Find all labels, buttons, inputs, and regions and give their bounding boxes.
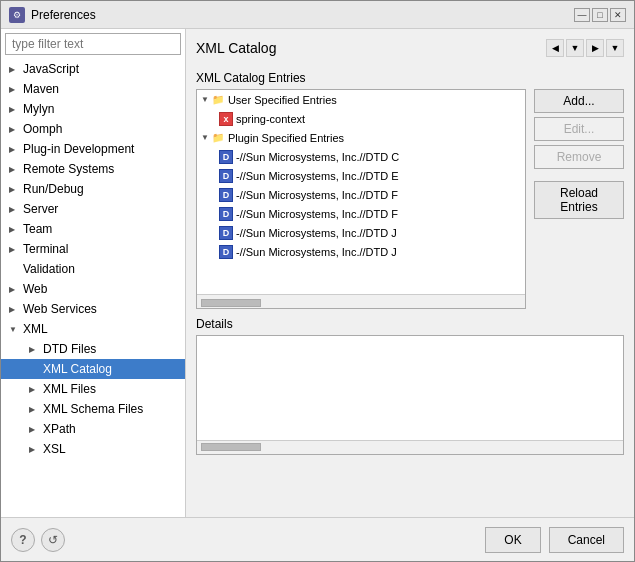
sidebar-item[interactable]: Validation [1, 259, 185, 279]
sidebar-item[interactable]: ▶XSL [1, 439, 185, 459]
d-icon: D [219, 169, 233, 183]
close-button[interactable]: ✕ [610, 8, 626, 22]
maximize-button[interactable]: □ [592, 8, 608, 22]
catalog-child-label: -//Sun Microsystems, Inc.//DTD E [236, 170, 399, 182]
sidebar-item[interactable]: ▼XML [1, 319, 185, 339]
tree-arrow-icon: ▶ [9, 65, 21, 74]
tree-arrow-icon: ▶ [29, 445, 41, 454]
tree-arrow-icon: ▶ [9, 245, 21, 254]
sidebar-item-label: XPath [43, 422, 181, 436]
d-icon: D [219, 245, 233, 259]
catalog-child-entry[interactable]: D-//Sun Microsystems, Inc.//DTD F [197, 204, 525, 223]
details-section: Details [196, 317, 624, 507]
catalog-hscroll[interactable] [197, 294, 525, 308]
catalog-child-entry[interactable]: D-//Sun Microsystems, Inc.//DTD J [197, 223, 525, 242]
catalog-area: ▼📁User Specified Entriesxspring-context▼… [196, 89, 624, 309]
catalog-entry[interactable]: ▼📁User Specified Entries [197, 90, 525, 109]
sidebar-item[interactable]: ▶Terminal [1, 239, 185, 259]
sidebar-item[interactable]: XML Catalog [1, 359, 185, 379]
catalog-entries-label: XML Catalog Entries [196, 71, 624, 85]
restore-defaults-button[interactable]: ↺ [41, 528, 65, 552]
filter-input[interactable] [5, 33, 181, 55]
sidebar-item[interactable]: ▶DTD Files [1, 339, 185, 359]
tree-arrow-icon: ▶ [29, 405, 41, 414]
sidebar-item-label: XML Schema Files [43, 402, 181, 416]
sidebar-item-label: Validation [23, 262, 181, 276]
catalog-child-entry[interactable]: D-//Sun Microsystems, Inc.//DTD E [197, 166, 525, 185]
sidebar-item[interactable]: ▶XML Files [1, 379, 185, 399]
catalog-entry-label: User Specified Entries [228, 94, 337, 106]
sidebar-item-label: Oomph [23, 122, 181, 136]
remove-button[interactable]: Remove [534, 145, 624, 169]
catalog-child-entry[interactable]: D-//Sun Microsystems, Inc.//DTD J [197, 242, 525, 261]
catalog-child-label: -//Sun Microsystems, Inc.//DTD J [236, 246, 397, 258]
sidebar-item[interactable]: ▶XPath [1, 419, 185, 439]
sidebar-item[interactable]: ▶Server [1, 199, 185, 219]
d-icon: D [219, 188, 233, 202]
tree-arrow-icon: ▶ [9, 225, 21, 234]
catalog-arrow-icon: ▼ [201, 133, 209, 142]
cancel-button[interactable]: Cancel [549, 527, 624, 553]
details-hscroll-thumb[interactable] [201, 443, 261, 451]
panel-top-bar: XML Catalog ◀ ▼ ▶ ▼ [196, 39, 624, 57]
tree-arrow-icon: ▶ [9, 185, 21, 194]
nav-forward-dropdown-button[interactable]: ▼ [606, 39, 624, 57]
add-button[interactable]: Add... [534, 89, 624, 113]
sidebar-item[interactable]: ▶Web Services [1, 299, 185, 319]
sidebar-item[interactable]: ▶Mylyn [1, 99, 185, 119]
sidebar-item[interactable]: ▶Maven [1, 79, 185, 99]
sidebar-item-label: Mylyn [23, 102, 181, 116]
sidebar: ▶JavaScript▶Maven▶Mylyn▶Oomph▶Plug-in De… [1, 29, 186, 517]
tree-arrow-icon: ▶ [9, 105, 21, 114]
sidebar-item[interactable]: ▶Run/Debug [1, 179, 185, 199]
sidebar-item-label: Web Services [23, 302, 181, 316]
help-button[interactable]: ? [11, 528, 35, 552]
nav-dropdown-button[interactable]: ▼ [566, 39, 584, 57]
sidebar-item-label: Server [23, 202, 181, 216]
sidebar-item-label: XML Catalog [43, 362, 181, 376]
catalog-child-entry[interactable]: xspring-context [197, 109, 525, 128]
catalog-child-label: spring-context [236, 113, 305, 125]
details-hscroll[interactable] [197, 440, 623, 454]
sidebar-item[interactable]: ▶Team [1, 219, 185, 239]
catalog-arrow-icon: ▼ [201, 95, 209, 104]
details-box [197, 336, 623, 440]
details-box-wrapper [196, 335, 624, 455]
d-icon: D [219, 207, 233, 221]
sidebar-item[interactable]: ▶Oomph [1, 119, 185, 139]
sidebar-item[interactable]: ▶XML Schema Files [1, 399, 185, 419]
sidebar-item[interactable]: ▶Web [1, 279, 185, 299]
catalog-child-entry[interactable]: D-//Sun Microsystems, Inc.//DTD C [197, 147, 525, 166]
hscroll-thumb[interactable] [201, 299, 261, 307]
panel-title: XML Catalog [196, 40, 546, 56]
folder-icon: 📁 [211, 93, 225, 107]
sidebar-tree: ▶JavaScript▶Maven▶Mylyn▶Oomph▶Plug-in De… [1, 59, 185, 517]
sidebar-item[interactable]: ▶JavaScript [1, 59, 185, 79]
bottom-bar: ? ↺ OK Cancel [1, 517, 634, 561]
catalog-tree-wrapper: ▼📁User Specified Entriesxspring-context▼… [196, 89, 526, 309]
catalog-child-entry[interactable]: D-//Sun Microsystems, Inc.//DTD F [197, 185, 525, 204]
bottom-left: ? ↺ [11, 528, 477, 552]
ok-button[interactable]: OK [485, 527, 540, 553]
tree-arrow-icon: ▶ [9, 205, 21, 214]
main-panel: XML Catalog ◀ ▼ ▶ ▼ XML Catalog Entries … [186, 29, 634, 517]
catalog-entry[interactable]: ▼📁Plugin Specified Entries [197, 128, 525, 147]
d-icon: D [219, 150, 233, 164]
catalog-buttons: Add... Edit... Remove Reload Entries [534, 89, 624, 309]
tree-arrow-icon: ▼ [9, 325, 21, 334]
catalog-entries-section: XML Catalog Entries ▼📁User Specified Ent… [196, 71, 624, 309]
nav-forward-button[interactable]: ▶ [586, 39, 604, 57]
sidebar-item[interactable]: ▶Plug-in Development [1, 139, 185, 159]
reload-button[interactable]: Reload Entries [534, 181, 624, 219]
sidebar-item-label: Team [23, 222, 181, 236]
catalog-child-label: -//Sun Microsystems, Inc.//DTD J [236, 227, 397, 239]
sidebar-item-label: Run/Debug [23, 182, 181, 196]
sidebar-item-label: Plug-in Development [23, 142, 181, 156]
edit-button[interactable]: Edit... [534, 117, 624, 141]
nav-back-button[interactable]: ◀ [546, 39, 564, 57]
sidebar-item[interactable]: ▶Remote Systems [1, 159, 185, 179]
tree-arrow-icon: ▶ [9, 305, 21, 314]
sidebar-item-label: XML [23, 322, 181, 336]
x-icon: x [219, 112, 233, 126]
minimize-button[interactable]: — [574, 8, 590, 22]
